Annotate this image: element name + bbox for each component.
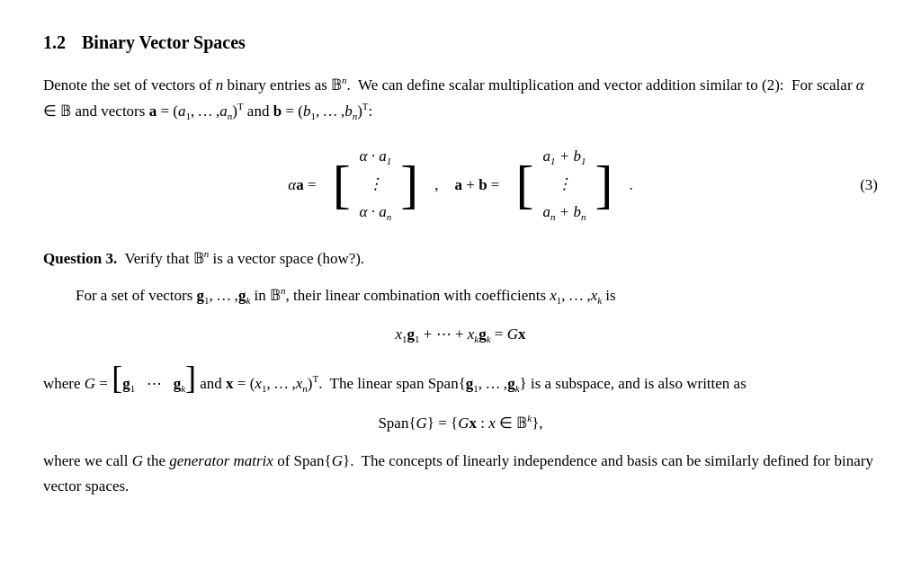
linear-combo-equation: x1g1 + ⋯ + xkgk = Gx <box>43 323 878 347</box>
right-bracket-2: ] <box>595 157 613 211</box>
matrix-right: [ a1 + b1 ⋮ an + bn ] <box>515 140 613 229</box>
section-title: Binary Vector Spaces <box>82 29 246 56</box>
question-label: Question 3. <box>43 250 117 267</box>
vectors-paragraph: For a set of vectors g1, … ,gk in 𝔹n, th… <box>76 282 878 308</box>
linear-combo-text: x1g1 + ⋯ + xkgk = Gx <box>396 323 526 347</box>
section-heading: 1.2 Binary Vector Spaces <box>43 29 878 56</box>
intro-paragraph: Denote the set of vectors of n binary en… <box>43 72 878 124</box>
left-bracket-1: [ <box>333 157 351 211</box>
matrix-left: [ α · a1 ⋮ α · an ] <box>333 140 419 229</box>
equation-number-3: (3) <box>860 174 878 197</box>
matrix-cell: α · an <box>360 200 392 226</box>
matrix-cell: a1 + b1 <box>542 144 586 170</box>
matrix-cell: ⋮ <box>557 172 572 198</box>
matrix-right-content: a1 + b1 ⋮ an + bn <box>533 140 595 229</box>
period-after-matrix: . <box>629 174 632 197</box>
bracket-open-G: [ <box>112 360 122 396</box>
where-g-paragraph: where G = [g1 ⋯ gk] and x = (x1, … ,xn)T… <box>43 361 878 397</box>
vector-add-lhs: a + b = <box>455 174 500 197</box>
span-formula: Span{G} = {Gx : x ∈ 𝔹k}, <box>378 411 542 434</box>
left-bracket-2: [ <box>515 157 533 211</box>
span-equation: Span{G} = {Gx : x ∈ 𝔹k}, <box>43 411 878 434</box>
bracket-close-G: ] <box>185 360 196 396</box>
scalar-lhs: αa = <box>288 174 316 197</box>
matrix-cell: α · a1 <box>360 144 392 170</box>
question-3-paragraph: Question 3. Verify that 𝔹n is a vector s… <box>43 245 878 272</box>
matrix-equation: αa = [ α · a1 ⋮ α · an ] , a + b = [ a1 … <box>43 140 878 229</box>
section-number: 1.2 <box>43 29 66 56</box>
final-paragraph: where we call G the generator matrix of … <box>43 449 878 499</box>
comma-separator: , <box>434 174 438 197</box>
matrix-cell: ⋮ <box>368 172 383 198</box>
matrix-cell: an + bn <box>542 200 586 226</box>
matrix-left-content: α · a1 ⋮ α · an <box>351 140 401 229</box>
right-bracket-1: ] <box>400 157 418 211</box>
